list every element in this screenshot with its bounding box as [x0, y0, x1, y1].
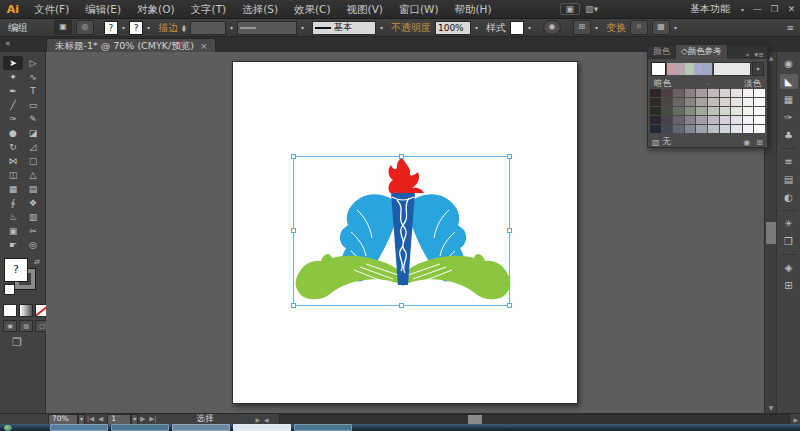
control-panel-menu-icon[interactable]: ≡: [786, 23, 794, 33]
graphic-styles-panel-icon[interactable]: ❒: [780, 234, 798, 249]
transparency-panel-icon[interactable]: ◐: [780, 190, 798, 205]
gradient-panel-icon[interactable]: ▤: [780, 172, 798, 187]
selection-handle[interactable]: [291, 303, 296, 308]
selection-bounding-box[interactable]: [293, 156, 510, 306]
artboard-number-input[interactable]: 1: [107, 414, 131, 425]
brushes-panel-icon[interactable]: ✑: [780, 110, 798, 125]
menu-item[interactable]: 文字(T): [183, 0, 235, 18]
more-options-arrow[interactable]: ▾: [674, 24, 677, 31]
color-swatch[interactable]: [662, 107, 673, 115]
artboard-tool[interactable]: ▣: [3, 224, 23, 238]
color-swatch[interactable]: [731, 89, 742, 97]
vertical-scrollbar-thumb[interactable]: [766, 222, 776, 244]
taskbar-app-button[interactable]: [294, 424, 352, 431]
color-swatch[interactable]: [754, 125, 765, 133]
color-swatch[interactable]: [696, 125, 707, 133]
selection-handle[interactable]: [399, 303, 404, 308]
save-color-group-icon[interactable]: ⊞: [756, 138, 763, 147]
opacity-input[interactable]: 100%: [435, 21, 471, 35]
direct-selection-tool[interactable]: ▷: [23, 56, 43, 70]
horizontal-scrollbar[interactable]: [279, 414, 791, 425]
color-swatch[interactable]: [743, 116, 754, 124]
arrange-documents-icon[interactable]: ▣: [560, 3, 581, 15]
lasso-tool[interactable]: ∿: [23, 70, 43, 84]
first-artboard-button[interactable]: |◀: [85, 415, 96, 423]
pen-tool[interactable]: ✒: [3, 84, 23, 98]
taskbar-app-button[interactable]: [172, 424, 230, 431]
rectangle-tool[interactable]: ▭: [23, 98, 43, 112]
color-swatch[interactable]: [650, 116, 661, 124]
symbol-sprayer-tool[interactable]: ♨: [3, 210, 23, 224]
color-swatch[interactable]: [673, 89, 684, 97]
fill-dropdown-arrow[interactable]: ▾: [122, 24, 125, 31]
taskbar-app-button[interactable]: [233, 424, 291, 431]
shape-builder-tool[interactable]: ◫: [3, 168, 23, 182]
zoom-tool[interactable]: ◎: [23, 238, 43, 252]
swap-fill-stroke-icon[interactable]: ⇄: [34, 258, 40, 266]
eraser-tool[interactable]: ◪: [23, 126, 43, 140]
prev-artboard-button[interactable]: ◀: [96, 415, 105, 423]
color-swatch[interactable]: [662, 89, 673, 97]
menu-item[interactable]: 帮助(H): [447, 0, 500, 18]
line-segment-tool[interactable]: ╱: [3, 98, 23, 112]
screen-mode-button[interactable]: ❐: [12, 336, 22, 349]
selection-handle[interactable]: [507, 154, 512, 159]
eyedropper-tool[interactable]: ∮: [3, 196, 23, 210]
menu-item[interactable]: 编辑(E): [77, 0, 129, 18]
limit-colors-icon[interactable]: ▧: [652, 138, 660, 147]
panel-menu-icon[interactable]: ▾≡: [755, 51, 767, 59]
magic-wand-tool[interactable]: ✦: [3, 70, 23, 84]
color-swatch[interactable]: [720, 116, 731, 124]
color-swatch[interactable]: [731, 116, 742, 124]
menu-item[interactable]: 视图(V): [339, 0, 391, 18]
color-swatch[interactable]: [708, 125, 719, 133]
current-color-swatch[interactable]: [651, 62, 666, 76]
layers-panel-icon[interactable]: ◈: [780, 260, 798, 275]
workspace-dropdown-arrow[interactable]: ▾: [736, 6, 749, 13]
opacity-label[interactable]: 不透明度: [391, 21, 431, 35]
color-swatch[interactable]: [685, 125, 696, 133]
width-profile-arrow[interactable]: ▾: [301, 24, 304, 31]
start-button[interactable]: [4, 425, 12, 431]
align-dropdown-icon[interactable]: ⊞: [573, 20, 591, 35]
align-dropdown-arrow[interactable]: ▾: [595, 24, 598, 31]
tab-color[interactable]: 颜色: [648, 45, 675, 59]
symbols-panel-icon[interactable]: ♣: [780, 128, 798, 143]
mesh-tool[interactable]: ▦: [3, 182, 23, 196]
rotate-tool[interactable]: ↻: [3, 140, 23, 154]
stroke-dropdown-arrow[interactable]: ▾: [147, 24, 150, 31]
restore-button[interactable]: ❐: [766, 0, 783, 18]
color-swatch[interactable]: [703, 63, 712, 75]
color-panel-icon[interactable]: ◉: [780, 56, 798, 71]
brush-definition-dropdown[interactable]: 基本: [312, 21, 376, 35]
default-fill-stroke-icon[interactable]: [4, 284, 15, 295]
scroll-right-icon[interactable]: ▶: [791, 416, 800, 423]
panel-switcher-icon[interactable]: ▥▾: [580, 4, 603, 14]
color-swatch[interactable]: [743, 98, 754, 106]
color-swatch[interactable]: [754, 107, 765, 115]
artboard-dropdown-arrow[interactable]: ▾: [131, 414, 138, 425]
color-swatch[interactable]: [662, 116, 673, 124]
tab-color-guide[interactable]: ◇颜色参考: [675, 44, 728, 59]
brush-definition-arrow[interactable]: ▾: [380, 24, 383, 31]
scroll-left-icon[interactable]: ◀: [262, 416, 271, 423]
color-swatch[interactable]: [720, 107, 731, 115]
stroke-panel-icon[interactable]: ≡: [780, 154, 798, 169]
harmony-rules-dropdown-arrow[interactable]: ▾: [752, 62, 764, 76]
hand-tool[interactable]: ☛: [3, 238, 23, 252]
color-swatch[interactable]: [685, 116, 696, 124]
color-mode-button[interactable]: [3, 304, 17, 317]
opacity-dropdown-arrow[interactable]: ▾: [475, 24, 478, 31]
selection-handle[interactable]: [507, 303, 512, 308]
width-tool[interactable]: ⋈: [3, 154, 23, 168]
pencil-tool[interactable]: ✎: [23, 112, 43, 126]
color-swatch[interactable]: [696, 89, 707, 97]
free-transform-tool[interactable]: ▢: [23, 154, 43, 168]
color-swatch[interactable]: [708, 89, 719, 97]
next-artboard-button[interactable]: ▶: [138, 415, 147, 423]
color-swatch[interactable]: [673, 125, 684, 133]
stroke-color-swatch[interactable]: ?: [129, 21, 143, 35]
style-dropdown-arrow[interactable]: ▾: [528, 24, 531, 31]
document-tab[interactable]: 未标题-1* @ 70% (CMYK/预览) ×: [46, 38, 216, 53]
type-tool[interactable]: T: [23, 84, 43, 98]
